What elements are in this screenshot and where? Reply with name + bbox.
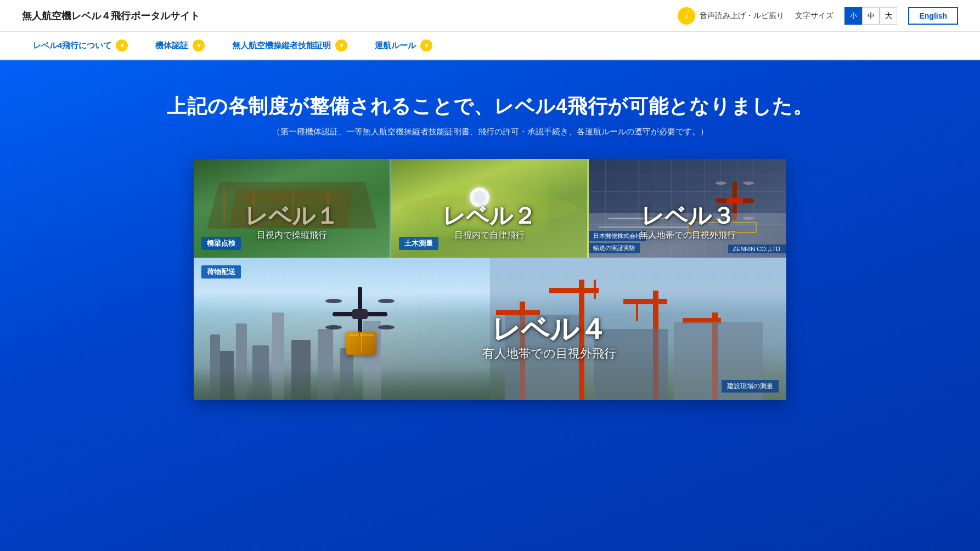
nav-item-pilot-cert[interactable]: 無人航空機操縦者技能証明 ▼ (232, 39, 347, 52)
chevron-down-icon: ▼ (116, 39, 128, 52)
cell3-credit2: 輸送の実証実験 (589, 243, 640, 253)
main-nav: レベル4飛行について ▼ 機体認証 ▼ 無人航空機操縦者技能証明 ▼ 運航ルール… (0, 32, 980, 60)
audio-button[interactable]: ♪ 音声読み上げ・ルビ振り (678, 7, 784, 25)
delivery-drone (324, 298, 396, 331)
audio-label: 音声読み上げ・ルビ振り (700, 11, 784, 21)
chevron-down-icon: ▼ (193, 39, 205, 52)
level3-cell: 日本郵便株式会社 輸送の実証実験 ZENRIN CO.,LTD. レベル３ 無人… (589, 159, 786, 258)
cell4-tag: 荷物配送 (201, 265, 241, 279)
level2-number: レベル２ (391, 205, 587, 228)
cell3-credit3: ZENRIN CO.,LTD. (728, 245, 786, 253)
site-header: 無人航空機レベル４飛行ポータルサイト ♪ 音声読み上げ・ルビ振り 文字サイズ 小… (0, 0, 980, 32)
nav-item-rules[interactable]: 運航ルール ▼ (375, 39, 432, 52)
main-headline: 上記の各制度が整備されることで、レベル4飛行が可能となりました。 (167, 93, 813, 120)
main-subheadline: （第一種機体認証、一等無人航空機操縦者技能証明書、飛行の許可・承認手続き、各運航… (272, 127, 708, 137)
font-size-small-button[interactable]: 小 (844, 7, 862, 25)
level3-text: レベル３ 無人地帯での目視外飛行 (589, 205, 786, 241)
site-title: 無人航空機レベル４飛行ポータルサイト (22, 9, 200, 22)
level2-desc: 目視内で自律飛行 (391, 230, 587, 241)
level1-number: レベル１ (194, 205, 390, 228)
level4-cell: 荷物配送 レベル４ 有人地帯での目視外飛行 建設現場の測量 (194, 258, 786, 400)
chevron-down-icon: ▼ (335, 39, 347, 52)
level-grid: 空撮 橋梁点検 レベル１ 目視内で操縦飛行 農薬散布 (194, 159, 786, 400)
nav-item-aircraft-cert[interactable]: 機体認証 ▼ (155, 39, 205, 52)
language-button[interactable]: English (908, 7, 958, 25)
font-size-large-button[interactable]: 大 (880, 7, 897, 25)
level1-cell: 空撮 橋梁点検 レベル１ 目視内で操縦飛行 (194, 159, 391, 258)
main-content: 上記の各制度が整備されることで、レベル4飛行が可能となりました。 （第一種機体認… (0, 60, 980, 422)
nav-pilot-cert-label: 無人航空機操縦者技能証明 (232, 41, 331, 51)
audio-icon: ♪ (678, 7, 695, 25)
level1-text: レベル１ 目視内で操縦飛行 (194, 205, 390, 241)
level3-desc: 無人地帯での目視外飛行 (589, 230, 786, 241)
level4-text: レベル４ 有人地帯での目視外飛行 (371, 315, 727, 362)
nav-aircraft-cert-label: 機体認証 (155, 41, 188, 51)
level2-cell: 農薬散布 土木測量 レベル２ 目視内で自律飛行 (391, 159, 589, 258)
level4-desc: 有人地帯での目視外飛行 (371, 345, 727, 362)
nav-item-level4[interactable]: レベル4飛行について ▼ (33, 39, 128, 52)
font-size-controls: 小 中 大 (844, 7, 897, 25)
nav-rules-label: 運航ルール (375, 41, 416, 51)
cell4-credit: 建設現場の測量 (722, 380, 779, 393)
nav-level4-label: レベル4飛行について (33, 41, 111, 51)
level2-text: レベル２ 目視内で自律飛行 (391, 205, 587, 241)
level1-desc: 目視内で操縦飛行 (194, 230, 390, 241)
font-size-label: 文字サイズ (795, 11, 833, 21)
font-size-medium-button[interactable]: 中 (862, 7, 880, 25)
chevron-down-icon: ▼ (420, 39, 432, 52)
level3-number: レベル３ (589, 205, 786, 228)
header-controls: ♪ 音声読み上げ・ルビ振り 文字サイズ 小 中 大 English (678, 7, 958, 25)
level4-number: レベル４ (371, 315, 727, 343)
